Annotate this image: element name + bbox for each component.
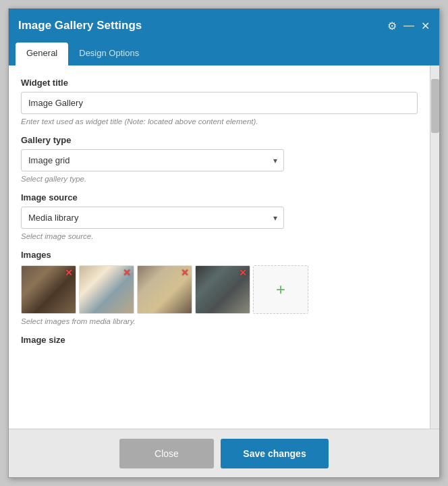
remove-image-3-icon[interactable]: ✕ (181, 268, 189, 277)
add-image-plus-icon: + (276, 281, 285, 298)
image-source-label: Image source (21, 192, 418, 202)
images-grid: ✕ ✕ ✕ ✕ + (21, 265, 418, 314)
remove-image-2-icon[interactable]: ✕ (123, 268, 131, 277)
images-hint: Select images from media library. (21, 317, 418, 325)
footer: Close Save changes (9, 429, 439, 477)
scrollbar-thumb[interactable] (431, 79, 439, 133)
scroll-content: Widget title Enter text used as widget t… (9, 65, 430, 429)
image-source-hint: Select image source. (21, 232, 418, 240)
image-thumb-1[interactable]: ✕ (21, 265, 76, 314)
remove-image-1-icon[interactable]: ✕ (65, 268, 73, 277)
gallery-type-select[interactable]: Image grid Image slider Masonry (21, 149, 284, 171)
image-size-group: Image size (21, 335, 418, 345)
gallery-type-hint: Select gallery type. (21, 175, 418, 183)
image-source-select-wrapper: Media library External URL ▾ (21, 207, 284, 229)
remove-image-4-icon[interactable]: ✕ (239, 268, 247, 277)
image-thumb-2[interactable]: ✕ (79, 265, 134, 314)
gallery-type-select-wrapper: Image grid Image slider Masonry ▾ (21, 149, 284, 171)
widget-title-group: Widget title Enter text used as widget t… (21, 78, 418, 126)
scrollbar-track[interactable] (430, 65, 439, 429)
tab-general[interactable]: General (16, 43, 68, 65)
image-source-group: Image source Media library External URL … (21, 192, 418, 240)
minimize-icon[interactable]: — (403, 20, 414, 32)
gear-icon[interactable]: ⚙ (387, 20, 397, 32)
add-image-button[interactable]: + (253, 265, 308, 314)
widget-title-hint: Enter text used as widget title (Note: l… (21, 117, 418, 126)
close-button[interactable]: Close (119, 439, 214, 468)
image-thumb-3[interactable]: ✕ (137, 265, 192, 314)
gallery-type-label: Gallery type (21, 135, 418, 145)
window-title: Image Gallery Settings (18, 19, 142, 32)
titlebar: Image Gallery Settings ⚙ — ✕ (9, 9, 439, 43)
window-controls: ⚙ — ✕ (387, 20, 430, 32)
images-section: Images ✕ ✕ ✕ ✕ (21, 250, 418, 325)
image-size-label: Image size (21, 335, 418, 345)
settings-window: Image Gallery Settings ⚙ — ✕ General Des… (8, 8, 440, 478)
image-thumb-4[interactable]: ✕ (195, 265, 250, 314)
tab-bar: General Design Options (9, 43, 439, 65)
image-source-select[interactable]: Media library External URL (21, 207, 284, 229)
gallery-type-group: Gallery type Image grid Image slider Mas… (21, 135, 418, 183)
widget-title-label: Widget title (21, 78, 418, 88)
save-button[interactable]: Save changes (221, 439, 329, 468)
close-icon[interactable]: ✕ (421, 20, 430, 32)
widget-title-input[interactable] (21, 92, 418, 114)
images-label: Images (21, 250, 418, 260)
tab-design-options[interactable]: Design Options (68, 43, 150, 65)
content-area: Widget title Enter text used as widget t… (9, 65, 439, 429)
